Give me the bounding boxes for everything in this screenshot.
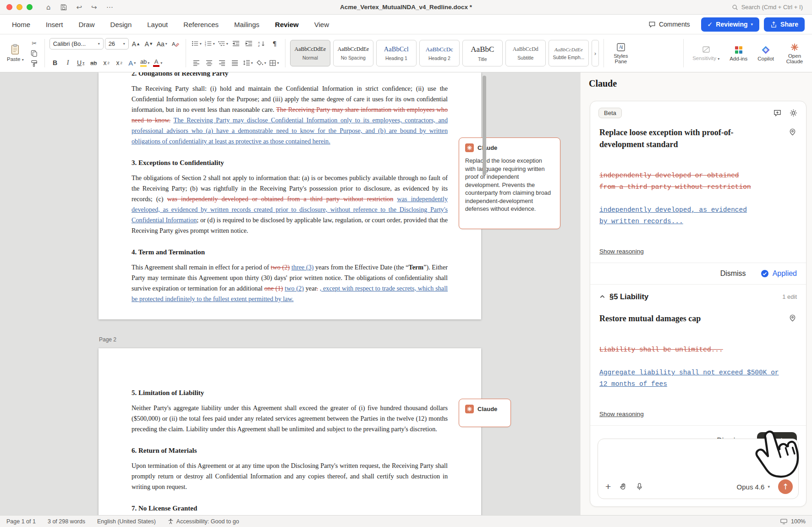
format-painter-button[interactable] bbox=[29, 59, 40, 68]
show-reasoning-link[interactable]: Show reasoning bbox=[599, 411, 644, 417]
subscript-button[interactable]: x2 bbox=[101, 57, 112, 68]
redo-icon[interactable]: ↪ bbox=[91, 3, 97, 11]
clear-formatting-button[interactable]: A bbox=[170, 38, 181, 49]
claude-comment-card-1[interactable]: Claude Replaced the loose exception with… bbox=[459, 137, 560, 229]
doc-heading-exceptions[interactable]: 3. Exceptions to Confidentiality bbox=[132, 158, 448, 168]
style-subtle-emphasis[interactable]: AaBbCcDdEe Subtle Emph... bbox=[549, 40, 589, 66]
tab-insert[interactable]: Insert bbox=[46, 21, 63, 28]
comments-button[interactable]: Comments bbox=[642, 17, 697, 32]
document-canvas[interactable]: 2. Obligations of Receiving Party The Re… bbox=[0, 72, 580, 515]
home-icon[interactable]: ⌂ bbox=[46, 3, 51, 11]
numbering-button[interactable]: 123▾ bbox=[204, 38, 216, 49]
tab-review[interactable]: Review bbox=[275, 21, 299, 28]
locate-pin-icon[interactable] bbox=[788, 127, 797, 136]
style-heading-1[interactable]: AaBbCcl Heading 1 bbox=[376, 40, 417, 66]
style-title[interactable]: AaBbC Title bbox=[462, 40, 503, 66]
page-1[interactable]: 2. Obligations of Receiving Party The Re… bbox=[99, 72, 481, 319]
undo-icon[interactable]: ↩ bbox=[77, 3, 82, 11]
highlight-button[interactable]: ab▾ bbox=[139, 57, 151, 68]
search-box[interactable]: Search (Cmd + Ctrl + I) bbox=[732, 4, 803, 11]
font-color-button[interactable]: A▾ bbox=[152, 57, 164, 68]
copilot-button[interactable]: Copilot bbox=[755, 38, 776, 69]
sort-button[interactable]: AZ bbox=[256, 38, 268, 49]
chat-composer[interactable]: + Opus 4.6 ▾ ↑ bbox=[598, 439, 799, 499]
doc-paragraph-obligations[interactable]: The Receiving Party shall: (i) hold and … bbox=[132, 83, 448, 147]
close-button[interactable] bbox=[6, 4, 12, 10]
font-name-select[interactable]: Calibri (Bo...▾ bbox=[49, 38, 104, 49]
decrease-indent-button[interactable] bbox=[230, 38, 242, 49]
tab-references[interactable]: References bbox=[183, 21, 219, 28]
new-comment-icon[interactable] bbox=[773, 109, 782, 117]
align-center-button[interactable] bbox=[203, 57, 215, 68]
italic-button[interactable]: I bbox=[62, 57, 74, 68]
share-button[interactable]: Share bbox=[764, 17, 805, 32]
doc-paragraph-liability[interactable]: Neither Party's aggregate liability unde… bbox=[132, 403, 448, 434]
tab-layout[interactable]: Layout bbox=[147, 21, 168, 28]
align-left-button[interactable] bbox=[191, 57, 202, 68]
superscript-button[interactable]: x2 bbox=[114, 57, 125, 68]
multilevel-list-button[interactable]: ▾ bbox=[217, 38, 229, 49]
text-effects-button[interactable]: A▾ bbox=[126, 57, 138, 68]
save-icon[interactable] bbox=[60, 4, 67, 11]
doc-paragraph-exceptions[interactable]: The obligations of Section 2 shall not a… bbox=[132, 173, 448, 236]
style-heading-2[interactable]: AaBbCcDc Heading 2 bbox=[419, 40, 460, 66]
send-button[interactable]: ↑ bbox=[778, 479, 793, 494]
bullets-button[interactable]: ▾ bbox=[191, 38, 203, 49]
line-spacing-button[interactable]: ▾ bbox=[242, 57, 254, 68]
collapse-icon[interactable] bbox=[599, 294, 605, 300]
style-normal[interactable]: AaBbCcDdEe Normal bbox=[290, 40, 330, 66]
borders-button[interactable]: ▾ bbox=[269, 57, 280, 68]
shrink-font-button[interactable]: A▼ bbox=[143, 38, 154, 49]
section-5-header[interactable]: §5 Liability 1 edit bbox=[590, 284, 806, 309]
strikethrough-button[interactable]: ab bbox=[88, 57, 99, 68]
tab-mailings[interactable]: Mailings bbox=[234, 21, 259, 28]
accessibility-status[interactable]: Accessibility: Good to go bbox=[168, 518, 239, 525]
style-no-spacing[interactable]: AaBbCcDdEe No Spacing bbox=[333, 40, 373, 66]
shading-button[interactable]: ▾ bbox=[255, 57, 267, 68]
hand-tool-icon[interactable] bbox=[619, 483, 627, 491]
dismiss-button[interactable]: Dismiss bbox=[720, 269, 746, 278]
zoom-level[interactable]: 100% bbox=[791, 518, 806, 525]
tab-view[interactable]: View bbox=[314, 21, 329, 28]
show-paragraph-marks-button[interactable]: ¶ bbox=[269, 38, 280, 49]
copy-button[interactable] bbox=[29, 49, 40, 58]
open-claude-button[interactable]: Open Claude bbox=[782, 38, 807, 69]
fullscreen-button[interactable] bbox=[27, 4, 33, 10]
doc-paragraph-term[interactable]: This Agreement shall remain in effect fo… bbox=[132, 262, 448, 304]
doc-heading-term[interactable]: 4. Term and Termination bbox=[132, 247, 448, 258]
settings-gear-icon[interactable] bbox=[789, 109, 798, 117]
cut-button[interactable]: ✂ bbox=[29, 38, 40, 48]
font-size-select[interactable]: 26▾ bbox=[105, 38, 129, 49]
more-options-icon[interactable]: ⋯ bbox=[106, 3, 113, 11]
reviewing-button[interactable]: ✓ Reviewing ▾ bbox=[701, 17, 760, 32]
doc-paragraph-return[interactable]: Upon termination of this Agreement or at… bbox=[132, 461, 448, 492]
scrollbar-thumb[interactable] bbox=[483, 76, 486, 176]
underline-button[interactable]: U▾ bbox=[75, 57, 87, 68]
justify-button[interactable] bbox=[229, 57, 241, 68]
doc-heading-license[interactable]: 7. No License Granted bbox=[132, 503, 448, 514]
doc-heading-liability[interactable]: 5. Limitation of Liability bbox=[132, 388, 448, 398]
microphone-icon[interactable] bbox=[636, 483, 643, 491]
model-selector[interactable]: Opus 4.6 ▾ bbox=[737, 483, 770, 491]
doc-heading-obligations[interactable]: 2. Obligations of Receiving Party bbox=[132, 72, 448, 79]
change-case-button[interactable]: Aa▾ bbox=[156, 38, 168, 49]
minimize-button[interactable] bbox=[16, 4, 22, 10]
tab-draw[interactable]: Draw bbox=[79, 21, 95, 28]
document-scrollbar[interactable] bbox=[482, 72, 488, 515]
paste-button[interactable]: Paste ▾ bbox=[5, 38, 26, 69]
grow-font-button[interactable]: A▲ bbox=[130, 38, 142, 49]
show-reasoning-link[interactable]: Show reasoning bbox=[599, 248, 644, 255]
bold-button[interactable]: B bbox=[49, 57, 61, 68]
align-right-button[interactable] bbox=[216, 57, 228, 68]
style-subtitle[interactable]: AaBbCcDd Subtitle bbox=[505, 40, 546, 66]
word-count[interactable]: 3 of 298 words bbox=[48, 518, 85, 525]
language-indicator[interactable]: English (United States) bbox=[97, 518, 156, 525]
attach-plus-icon[interactable]: + bbox=[605, 482, 611, 491]
add-ins-button[interactable]: Add-ins bbox=[727, 38, 750, 69]
tab-home[interactable]: Home bbox=[12, 21, 30, 28]
tab-design[interactable]: Design bbox=[110, 21, 132, 28]
doc-heading-return[interactable]: 6. Return of Materials bbox=[132, 445, 448, 456]
sensitivity-button[interactable]: Sensitivity ▾ bbox=[690, 38, 722, 69]
styles-gallery-more-button[interactable]: › bbox=[592, 40, 599, 66]
page-2[interactable]: 5. Limitation of Liability Neither Party… bbox=[99, 348, 481, 515]
